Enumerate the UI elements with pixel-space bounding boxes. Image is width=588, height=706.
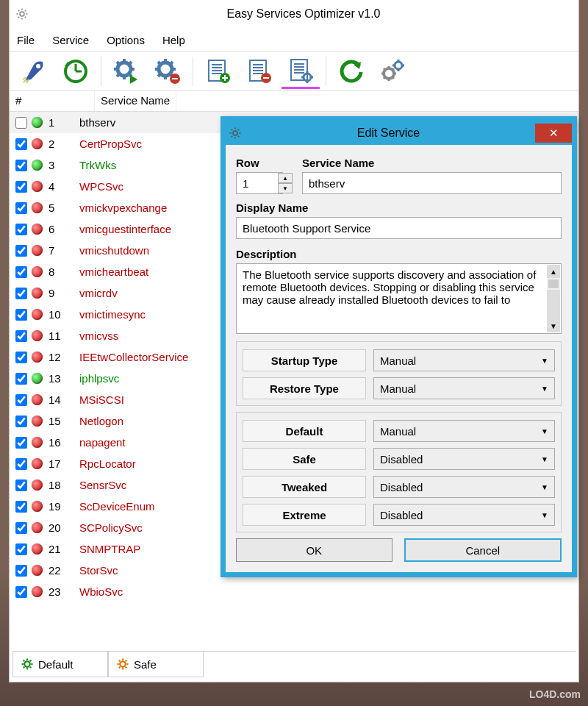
description-box[interactable]: The Bluetooth service supports discovery… xyxy=(236,263,562,334)
chevron-down-icon[interactable]: ▼ xyxy=(278,183,293,193)
cancel-button[interactable]: Cancel xyxy=(404,538,562,562)
service-name: vmicrdv xyxy=(79,287,118,299)
row-checkbox[interactable] xyxy=(15,565,27,577)
row-spinner[interactable]: ▲▼ xyxy=(278,173,293,193)
row-checkbox[interactable] xyxy=(15,416,27,427)
ok-button[interactable]: OK xyxy=(236,538,392,562)
row-checkbox[interactable] xyxy=(15,479,27,491)
service-name-label: Service Name xyxy=(302,157,562,169)
dialog-title: Edit Service xyxy=(242,126,535,140)
row-checkbox[interactable] xyxy=(15,330,27,342)
service-name: MSiSCSI xyxy=(79,393,124,406)
display-name-input[interactable] xyxy=(236,217,562,239)
chevron-down-icon: ▼ xyxy=(541,427,548,435)
table-row[interactable]: 23WbioSvc xyxy=(10,581,578,602)
startup-type-label: Startup Type xyxy=(243,349,366,371)
row-checkbox[interactable] xyxy=(15,522,27,534)
rocket-button[interactable] xyxy=(15,54,54,89)
service-name: RpcLocator xyxy=(79,457,136,470)
row-checkbox[interactable] xyxy=(15,437,27,449)
service-name: vmicguestinterface xyxy=(79,223,171,235)
status-led xyxy=(32,309,43,320)
row-number: 23 xyxy=(49,585,79,598)
chevron-down-icon: ▼ xyxy=(541,483,548,491)
dialog-titlebar[interactable]: Edit Service ✕ xyxy=(226,121,572,145)
settings-button[interactable] xyxy=(373,54,412,89)
scrollbar[interactable]: ▲▼ xyxy=(547,265,560,332)
service-name: Netlogon xyxy=(79,415,123,427)
status-led xyxy=(32,117,43,128)
chevron-up-icon[interactable]: ▲ xyxy=(547,265,560,278)
svg-point-1 xyxy=(36,64,40,68)
menu-service[interactable]: Service xyxy=(52,34,89,46)
row-checkbox[interactable] xyxy=(15,181,27,193)
row-checkbox[interactable] xyxy=(15,352,27,363)
col-service-name[interactable]: Service Name xyxy=(95,91,176,111)
startup-type-select[interactable]: Manual▼ xyxy=(373,349,555,371)
status-led xyxy=(32,202,43,213)
row-number: 5 xyxy=(49,202,79,214)
status-led xyxy=(32,288,43,299)
row-checkbox[interactable] xyxy=(15,245,27,257)
list-remove-button[interactable] xyxy=(240,54,279,89)
service-name-input[interactable] xyxy=(302,172,562,194)
row-checkbox[interactable] xyxy=(15,543,27,555)
description-text: The Bluetooth service supports discovery… xyxy=(243,268,555,329)
row-number: 8 xyxy=(49,265,79,278)
chevron-down-icon[interactable]: ▼ xyxy=(547,319,560,332)
tab-label: Safe xyxy=(134,658,157,671)
row-checkbox[interactable] xyxy=(15,138,27,150)
col-index[interactable]: # xyxy=(10,91,95,111)
restore-type-select[interactable]: Manual▼ xyxy=(373,377,555,399)
row-number: 22 xyxy=(49,564,79,577)
status-led xyxy=(32,352,43,363)
row-checkbox[interactable] xyxy=(15,373,27,385)
row-checkbox[interactable] xyxy=(15,501,27,513)
row-checkbox[interactable] xyxy=(15,266,27,278)
restore-button[interactable] xyxy=(57,54,95,89)
watermark: LO4D.com xyxy=(529,688,581,700)
row-number: 15 xyxy=(49,415,79,427)
row-checkbox[interactable] xyxy=(15,309,27,321)
row-checkbox[interactable] xyxy=(15,202,27,214)
row-checkbox[interactable] xyxy=(15,224,27,235)
row-checkbox[interactable] xyxy=(15,160,27,171)
extreme-select[interactable]: Disabled▼ xyxy=(373,504,555,526)
toolbar-separator xyxy=(101,57,101,86)
chevron-down-icon: ▼ xyxy=(541,357,548,365)
row-checkbox[interactable] xyxy=(15,458,27,470)
row-checkbox[interactable] xyxy=(15,288,27,299)
menu-file[interactable]: File xyxy=(17,34,35,46)
status-led xyxy=(32,522,43,533)
tab-label: Default xyxy=(38,658,74,671)
gear-icon xyxy=(15,7,29,21)
list-add-button[interactable] xyxy=(199,54,237,89)
row-checkbox[interactable] xyxy=(15,586,27,598)
service-name: IEEtwCollectorService xyxy=(79,351,188,363)
gear-stop-button[interactable] xyxy=(148,54,187,89)
chevron-up-icon[interactable]: ▲ xyxy=(278,173,293,183)
refresh-button[interactable] xyxy=(332,54,370,89)
menu-help[interactable]: Help xyxy=(162,34,185,46)
row-checkbox[interactable] xyxy=(15,394,27,406)
tab-safe[interactable]: Safe xyxy=(108,652,204,677)
tab-default[interactable]: Default xyxy=(12,652,108,677)
row-checkbox[interactable] xyxy=(15,117,27,129)
close-button[interactable]: ✕ xyxy=(535,124,572,143)
service-name: CertPropSvc xyxy=(79,138,142,150)
default-select[interactable]: Manual▼ xyxy=(373,420,555,442)
default-label: Default xyxy=(243,420,366,442)
service-name: vmicvss xyxy=(79,329,118,342)
tweaked-select[interactable]: Disabled▼ xyxy=(373,476,555,498)
safe-label: Safe xyxy=(243,448,366,470)
row-input[interactable] xyxy=(236,172,283,194)
restore-type-label: Restore Type xyxy=(243,377,366,399)
row-number: 16 xyxy=(49,436,79,449)
row-number: 1 xyxy=(49,116,79,129)
list-edit-button[interactable] xyxy=(282,54,320,89)
status-led xyxy=(32,394,43,405)
safe-select[interactable]: Disabled▼ xyxy=(373,448,555,470)
menu-options[interactable]: Options xyxy=(107,34,145,46)
status-led xyxy=(32,586,43,597)
gear-play-button[interactable] xyxy=(107,54,146,89)
